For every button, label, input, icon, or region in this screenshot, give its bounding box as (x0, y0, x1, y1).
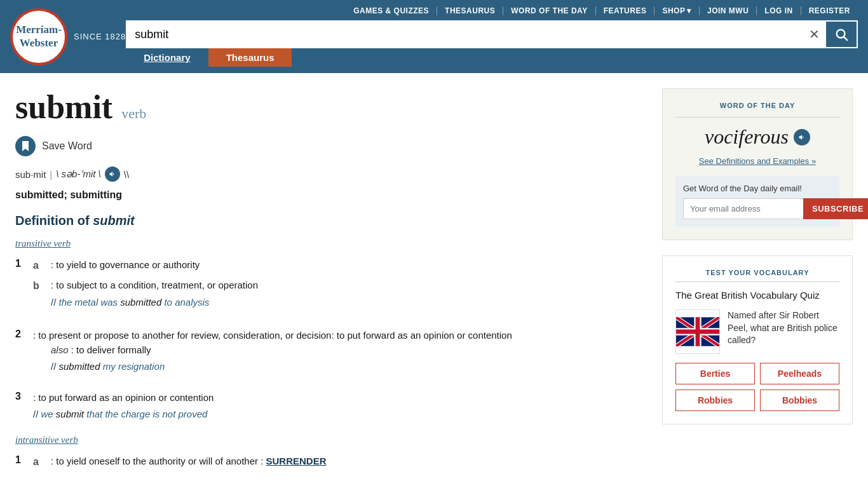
vocab-widget: TEST YOUR VOCABULARY The Great British V… (662, 255, 853, 424)
word-title-area: submit verb (15, 88, 647, 126)
def-number-3: 3 (15, 391, 33, 422)
pron-divider: | (50, 169, 52, 180)
nav-features[interactable]: FEATURES (596, 6, 655, 15)
def-content-3: : to put forward as an opinion or conten… (33, 391, 647, 422)
svg-line-1 (844, 37, 847, 40)
definition-group-3: 3 : to put forward as an opinion or cont… (15, 391, 647, 422)
nav-join[interactable]: JOIN MWU (700, 6, 757, 15)
vocab-image-row: Named after Sir Robert Peel, what are Br… (675, 309, 839, 354)
audio-button[interactable] (105, 166, 120, 182)
definition-group-2: 2 : to present or propose to another for… (15, 329, 647, 378)
nav-login[interactable]: LOG IN (757, 6, 801, 15)
content-area: submit verb Save Word sub·mit | \ səb-ˈm… (15, 88, 647, 488)
main-container: submit verb Save Word sub·mit | \ səb-ˈm… (0, 73, 868, 488)
def-row-3: 3 : to put forward as an opinion or cont… (15, 391, 647, 422)
save-label: Save Word (42, 140, 92, 152)
search-icon (834, 27, 848, 41)
def-content-2: : to present or propose to another for r… (33, 329, 647, 378)
surrender-link[interactable]: SURRENDER (266, 456, 327, 466)
bookmark-icon (21, 141, 30, 151)
wotd-divider (675, 117, 839, 118)
def-text-1a: : to yield to governance or authority (51, 258, 647, 273)
answer-robbies[interactable]: Robbies (675, 390, 755, 411)
def-number-1: 1 (15, 258, 33, 316)
wotd-audio-button[interactable] (794, 129, 810, 146)
subscribe-button[interactable]: SUBSCRIBE (803, 198, 868, 219)
search-wrapper: ✕ (126, 20, 825, 48)
nav-links: GAMES & QUIZZES THESAURUS WORD OF THE DA… (126, 6, 858, 20)
uk-flag-icon (676, 317, 719, 346)
wotd-widget: WORD OF THE DAY vociferous See Definitio… (662, 88, 853, 240)
bookmark-button[interactable] (15, 136, 36, 156)
answer-peelheads[interactable]: Peelheads (760, 363, 839, 384)
nav-register[interactable]: REGISTER (801, 6, 858, 15)
since-text: SINCE 1828 (74, 32, 126, 41)
search-button[interactable] (825, 20, 858, 48)
definition-group-1: 1 a : to yield to governance or authorit… (15, 258, 647, 316)
intrans-number-1: 1 (15, 454, 33, 476)
site-header: Merriam-Webster SINCE 1828 GAMES & QUIZZ… (0, 0, 868, 73)
word-pos: verb (121, 105, 146, 122)
definition-heading: Definition of submit (15, 214, 647, 228)
nav-thesaurus[interactable]: THESAURUS (437, 6, 503, 15)
tab-row: Dictionary Thesaurus (126, 48, 858, 67)
word-headword: submit (15, 88, 112, 126)
sidebar: WORD OF THE DAY vociferous See Definitio… (662, 88, 853, 488)
vocab-flag (675, 309, 720, 354)
nav-games[interactable]: GAMES & QUIZZES (346, 6, 437, 15)
pron-end: \\ (124, 169, 129, 180)
answer-bobbies[interactable]: Bobbies (760, 390, 839, 411)
wotd-email-label: Get Word of the Day daily email! (683, 184, 832, 193)
def-number-2: 2 (15, 329, 33, 378)
wotd-label: WORD OF THE DAY (675, 102, 839, 109)
vocab-answers: Berties Peelheads Robbies Bobbies (675, 363, 839, 411)
def-text-1b: : to subject to a condition, treatment, … (51, 278, 647, 309)
top-nav: GAMES & QUIZZES THESAURUS WORD OF THE DA… (126, 6, 858, 67)
vocab-label: TEST YOUR VOCABULARY (675, 269, 839, 276)
answer-berties[interactable]: Berties (675, 363, 755, 384)
wotd-word: vociferous (675, 125, 839, 149)
def-content-1: a : to yield to governance or authority … (33, 258, 647, 316)
clear-button[interactable]: ✕ (809, 28, 820, 41)
pronunciation: sub·mit | \ səb-ˈmit \ \\ (15, 166, 647, 182)
tab-dictionary[interactable]: Dictionary (126, 48, 208, 67)
wotd-email-row: SUBSCRIBE (683, 198, 832, 219)
def-letter-b: b (33, 278, 51, 309)
def-also-2: also : to deliver formally // submitted … (51, 343, 647, 374)
verb-type-transitive[interactable]: transitive verb (15, 238, 647, 249)
def-example-2: // submitted my resignation (51, 360, 647, 374)
intrans-text-1a: : to yield oneself to the authority or w… (51, 454, 647, 470)
wotd-email-section: Get Word of the Day daily email! SUBSCRI… (675, 176, 839, 227)
phonetic: \ səb-ˈmit \ (56, 168, 101, 180)
vocab-question: Named after Sir Robert Peel, what are Br… (728, 309, 839, 347)
def-letter-a: a (33, 258, 51, 273)
intransitive-def-group-1: 1 a : to yield oneself to the authority … (15, 454, 647, 476)
wotd-email-input[interactable] (683, 198, 803, 219)
tab-thesaurus[interactable]: Thesaurus (208, 48, 292, 67)
def-example-3: // we submit that the charge is not prov… (33, 407, 647, 422)
intrans-row-1a: 1 a : to yield oneself to the authority … (15, 454, 647, 476)
search-row: ✕ (126, 20, 858, 48)
def-example-1b: // the metal was submitted to analysis (51, 295, 647, 310)
verb-type-intransitive[interactable]: intransitive verb (15, 435, 647, 445)
vocab-divider (675, 281, 839, 282)
wotd-speaker-icon (798, 133, 806, 141)
wotd-link[interactable]: See Definitions and Examples » (675, 156, 839, 166)
nav-shop[interactable]: SHOP ▾ (654, 6, 700, 15)
logo-text: Merriam-Webster (13, 24, 65, 50)
also-label: also (51, 344, 69, 355)
nav-wotd[interactable]: WORD OF THE DAY (503, 6, 595, 15)
logo-area: Merriam-Webster SINCE 1828 (10, 8, 126, 65)
also-def: : to deliver formally (71, 344, 151, 355)
def-row-1a: 1 a : to yield to governance or authorit… (15, 258, 647, 316)
intrans-letter-a: a (33, 454, 51, 470)
intrans-content-1: a : to yield oneself to the authority or… (33, 454, 647, 476)
def-row-2: 2 : to present or propose to another for… (15, 329, 647, 378)
inflections: submitted; submitting (15, 189, 647, 201)
vocab-quiz-title: The Great British Vocabulary Quiz (675, 290, 839, 301)
save-word-area: Save Word (15, 136, 647, 156)
speaker-icon (109, 170, 116, 178)
syllables: sub·mit (15, 169, 46, 180)
search-input[interactable] (126, 20, 825, 48)
logo[interactable]: Merriam-Webster (10, 8, 67, 65)
